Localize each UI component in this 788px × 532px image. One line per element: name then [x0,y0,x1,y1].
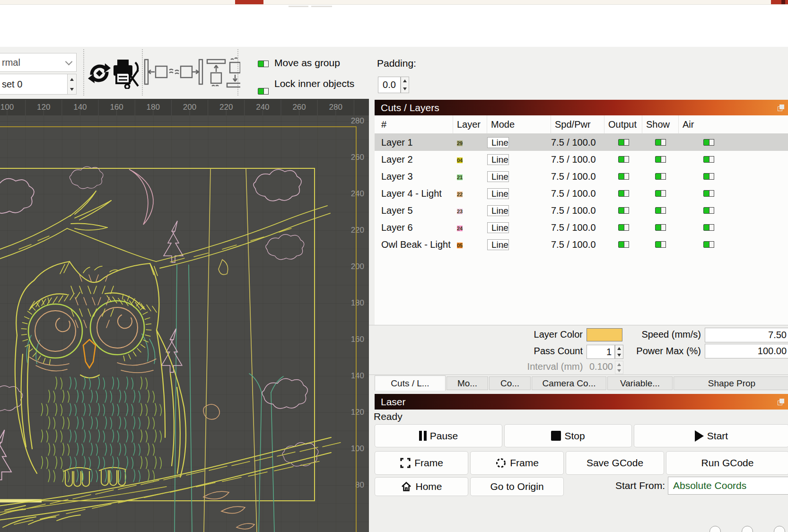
power-max-label: Power Max (%) [629,346,701,357]
layer-row[interactable]: Layer 523Line7.5 / 100.0 [375,202,788,219]
start-icon [695,430,704,442]
offset-spin-buttons[interactable] [67,74,76,94]
output-toggle[interactable] [618,139,629,146]
layer-color-chip[interactable]: 22 [457,192,463,197]
layer-mode-dropdown[interactable]: Line [487,154,509,165]
layer-mode-dropdown[interactable]: Line [487,205,509,216]
pass-count-spin[interactable] [615,345,623,359]
workspace-canvas[interactable]: 100120140160180200220240260280 280260240… [0,99,369,532]
show-toggle[interactable] [655,173,666,180]
save-gcode-button[interactable]: Save GCode [566,451,664,475]
move-as-group-toggle[interactable] [258,61,269,67]
output-toggle[interactable] [618,190,629,197]
air-toggle[interactable] [703,190,714,197]
air-toggle[interactable] [703,139,714,146]
dock-tab[interactable]: Camera Co... [532,376,606,390]
float-panel-icon[interactable] [778,399,784,405]
padding-spin-buttons[interactable] [401,77,409,93]
interval-row: Interval (mm) 0.100 [473,361,613,372]
layer-color-chip[interactable]: 21 [457,174,463,180]
dock-tab[interactable]: Shape Prop [674,376,788,390]
output-toggle[interactable] [618,156,629,163]
frame-circle-button[interactable]: Frame [470,451,564,475]
column-header[interactable]: Layer [453,115,487,133]
column-header[interactable]: Output [604,115,642,133]
column-header[interactable]: Mode [487,115,551,133]
output-toggle[interactable] [618,207,629,214]
column-header[interactable]: Air [679,115,788,133]
pass-count-input[interactable]: 1 [587,345,615,359]
svg-text:280: 280 [351,116,364,125]
home-button[interactable]: Home [375,477,468,496]
layer-color-chip[interactable]: 23 [457,209,463,214]
svg-text:100: 100 [351,444,364,453]
svg-text:120: 120 [351,408,364,417]
dock-tab[interactable]: Mo... [447,376,488,390]
air-toggle[interactable] [703,156,714,163]
show-toggle[interactable] [655,139,666,146]
layer-mode-dropdown[interactable]: Line [487,137,509,148]
layer-color-chip[interactable]: 24 [457,226,463,231]
align-distribute-icons[interactable] [143,56,240,93]
frame-square-button[interactable]: Frame [375,451,468,475]
layer-name: Layer 6 [375,222,453,233]
svg-text:120: 120 [37,103,50,112]
speed-input[interactable]: 7.50 [705,328,788,342]
layer-row[interactable]: Owl Beak - Light05Line7.5 / 100.0 [375,236,788,253]
print-cut-icon[interactable] [112,58,140,89]
layer-color-swatch[interactable] [587,328,622,341]
layer-color-chip[interactable]: 04 [457,157,463,163]
dock-tab[interactable]: Co... [489,376,531,390]
air-toggle[interactable] [703,207,714,214]
float-panel-icon[interactable] [778,105,784,111]
start-from-dropdown[interactable]: Absolute Coords [668,477,788,495]
air-toggle[interactable] [703,241,714,248]
layer-color-chip[interactable]: 29 [457,140,463,146]
go-to-origin-button[interactable]: Go to Origin [470,477,564,496]
column-header[interactable]: Show [642,115,679,133]
show-toggle[interactable] [655,241,666,248]
layer-mode-dropdown[interactable]: Line [487,239,509,250]
show-toggle[interactable] [655,224,666,231]
padding-input[interactable]: 0.0 [378,77,401,93]
show-toggle[interactable] [655,207,666,214]
lock-inner-objects-toggle[interactable] [258,88,269,95]
start-button[interactable]: Start [634,424,788,447]
layer-spd-pwr: 7.5 / 100.0 [551,205,604,216]
column-header[interactable]: Spd/Pwr [551,115,604,133]
stop-button[interactable]: Stop [504,424,632,447]
interval-value[interactable]: 0.100 [589,361,613,372]
stop-icon [551,431,561,441]
layer-mode-dropdown[interactable]: Line [487,188,509,199]
output-toggle[interactable] [618,224,629,231]
padding-label: Padding: [377,58,416,69]
layer-row[interactable]: Layer 321Line7.5 / 100.0 [375,168,788,185]
layer-mode-dropdown[interactable]: Line [487,222,509,233]
air-toggle[interactable] [703,224,714,231]
offset-spinner[interactable]: set 0 [0,74,77,95]
layer-row[interactable]: Layer 4 - Light22Line7.5 / 100.0 [375,185,788,202]
dock-tab[interactable]: Cuts / L... [375,375,446,391]
layer-row[interactable]: Layer 624Line7.5 / 100.0 [375,219,788,236]
column-header[interactable]: # [375,115,453,133]
laser-header[interactable]: Laser [375,394,788,410]
pause-button[interactable]: Pause [375,424,502,447]
output-toggle[interactable] [618,173,629,180]
run-gcode-button[interactable]: Run GCode [666,451,788,475]
layer-row[interactable]: Layer 204Line7.5 / 100.0 [375,151,788,168]
cuts-layers-header[interactable]: Cuts / Layers [375,100,788,115]
cut-mode-dropdown[interactable]: rmal [0,53,77,72]
pause-label: Pause [430,430,458,442]
layer-color-chip[interactable]: 05 [457,243,463,248]
layer-row[interactable]: Layer 129Line7.5 / 100.0 [375,134,788,151]
interval-spin[interactable] [615,361,623,374]
air-toggle[interactable] [703,173,714,180]
output-toggle[interactable] [618,241,629,248]
dock-tab[interactable]: Variable... [607,376,673,390]
power-max-input[interactable]: 100.00 [705,344,788,358]
sync-icon[interactable] [87,59,112,86]
layer-name: Owl Beak - Light [375,239,453,250]
layer-mode-dropdown[interactable]: Line [487,171,509,182]
show-toggle[interactable] [655,156,666,163]
show-toggle[interactable] [655,190,666,197]
